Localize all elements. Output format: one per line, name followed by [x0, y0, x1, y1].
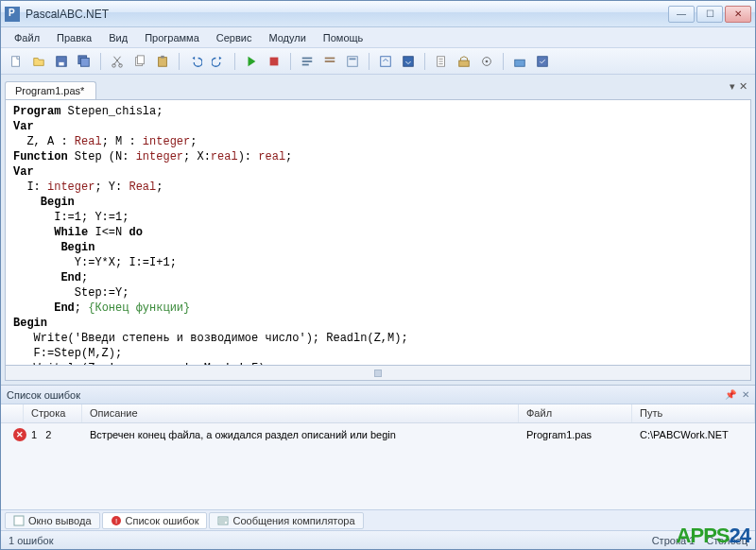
svg-rect-13 [302, 60, 313, 62]
svg-rect-17 [348, 56, 358, 66]
menu-вид[interactable]: Вид [101, 30, 135, 45]
menu-модули[interactable]: Модули [261, 30, 313, 45]
svg-rect-25 [515, 60, 525, 66]
panel-close-icon[interactable]: ✕ [742, 389, 749, 400]
bottom-tab-label: Список ошибок [126, 515, 199, 526]
rebuild-icon[interactable] [455, 52, 473, 71]
editor-tab[interactable]: Program1.pas* [5, 81, 96, 99]
error-path: C:\PABCWork.NET [632, 426, 755, 443]
stop-icon[interactable] [265, 52, 284, 71]
redo-icon[interactable] [209, 52, 228, 71]
svg-rect-19 [381, 56, 391, 66]
menu-сервис[interactable]: Сервис [209, 30, 260, 45]
copy-icon[interactable] [130, 52, 149, 71]
app-icon [5, 7, 20, 22]
svg-rect-27 [14, 516, 24, 525]
svg-rect-20 [404, 56, 414, 66]
tab-label: Program1.pas* [15, 85, 84, 96]
error-rows: ✕1 2Встречен конец файла, а ожидался раз… [1, 423, 755, 446]
error-table-header: Строка Описание Файл Путь [1, 404, 755, 423]
titlebar: PascalABC.NET — ☐ ✕ [1, 1, 755, 27]
run-icon[interactable] [242, 52, 261, 71]
menu-помощь[interactable]: Помощь [316, 30, 371, 45]
col-line[interactable]: Строка [24, 404, 82, 422]
close-button[interactable]: ✕ [725, 6, 751, 23]
step-over-icon[interactable] [376, 52, 395, 71]
menu-правка[interactable]: Правка [49, 30, 99, 45]
app-window: PascalABC.NET — ☐ ✕ ФайлПравкаВидПрограм… [0, 0, 756, 550]
editor-area: Program1.pas* ▾ ✕ Program Stepen_chisla;… [1, 75, 755, 385]
svg-text:!: ! [114, 517, 116, 525]
uncomment-icon[interactable] [320, 52, 339, 71]
svg-rect-15 [325, 57, 335, 59]
svg-rect-22 [459, 60, 470, 66]
bottom-tab-label: Окно вывода [28, 515, 92, 526]
svg-rect-10 [161, 55, 164, 58]
svg-rect-0 [12, 56, 20, 66]
svg-rect-26 [538, 56, 548, 66]
svg-rect-16 [325, 60, 335, 62]
menu-программа[interactable]: Программа [137, 30, 207, 45]
scroll-thumb[interactable] [374, 370, 382, 377]
format-icon[interactable] [343, 52, 362, 71]
bottom-tab-2[interactable]: Сообщения компилятора [209, 512, 363, 529]
save-icon[interactable] [52, 52, 71, 71]
bottom-tab-1[interactable]: !Список ошибок [102, 512, 208, 529]
error-panel-title: Список ошибок [7, 389, 80, 401]
bottom-tabs: Окно вывода!Список ошибокСообщения компи… [1, 509, 755, 530]
error-panel: Список ошибок 📌 ✕ Строка Описание Файл П… [1, 385, 755, 509]
col-desc[interactable]: Описание [82, 404, 519, 422]
menu-файл[interactable]: Файл [7, 30, 47, 45]
error-panel-header: Список ошибок 📌 ✕ [1, 386, 755, 404]
tab-dropdown-icon[interactable]: ▾ [730, 80, 735, 93]
svg-rect-2 [59, 61, 63, 65]
minimize-button[interactable]: — [668, 6, 695, 23]
svg-rect-8 [137, 55, 144, 63]
svg-rect-18 [350, 58, 356, 60]
undo-icon[interactable] [186, 52, 205, 71]
save-project-icon[interactable] [533, 52, 552, 71]
bottom-tab-label: Сообщения компилятора [232, 515, 354, 526]
window-title: PascalABC.NET [26, 8, 668, 21]
statusbar: 1 ошибок Строка 1 Столбец [1, 530, 755, 549]
paste-icon[interactable] [153, 52, 172, 71]
code-text[interactable]: Program Stepen_chisla;Var Z, A : Real; M… [6, 100, 750, 366]
status-line: Строка 1 [652, 535, 696, 546]
options-icon[interactable] [477, 52, 496, 71]
menubar: ФайлПравкаВидПрограммаСервисМодулиПомощь [1, 27, 755, 48]
svg-rect-4 [81, 58, 90, 66]
comment-icon[interactable] [298, 52, 317, 71]
status-col: Столбец [706, 535, 747, 546]
status-error-count: 1 ошибок [9, 535, 54, 546]
save-all-icon[interactable] [75, 52, 94, 71]
svg-point-24 [486, 60, 489, 62]
cut-icon[interactable] [108, 52, 127, 71]
bottom-tab-0[interactable]: Окно вывода [5, 512, 100, 529]
new-file-icon[interactable] [7, 52, 26, 71]
maximize-button[interactable]: ☐ [696, 6, 723, 23]
tabstrip: Program1.pas* ▾ ✕ [5, 78, 751, 99]
error-line: 1 2 [24, 426, 82, 443]
svg-rect-9 [159, 57, 167, 66]
svg-rect-14 [302, 63, 309, 65]
step-into-icon[interactable] [399, 52, 418, 71]
tab-close-icon[interactable]: ✕ [739, 80, 747, 93]
open-file-icon[interactable] [29, 52, 48, 71]
error-file: Program1.pas [519, 426, 632, 443]
svg-rect-12 [302, 57, 313, 59]
error-row[interactable]: ✕1 2Встречен конец файла, а ожидался раз… [1, 423, 755, 446]
help-icon[interactable] [510, 52, 529, 71]
col-path[interactable]: Путь [632, 404, 755, 422]
col-file[interactable]: Файл [519, 404, 632, 422]
error-desc: Встречен конец файла, а ожидался раздел … [82, 426, 519, 443]
build-icon[interactable] [432, 52, 451, 71]
svg-rect-11 [270, 57, 279, 65]
code-editor[interactable]: Program Stepen_chisla;Var Z, A : Real; M… [5, 99, 751, 366]
horizontal-scrollbar[interactable] [5, 366, 751, 381]
pin-icon[interactable]: 📌 [725, 389, 736, 400]
toolbar [1, 48, 755, 75]
